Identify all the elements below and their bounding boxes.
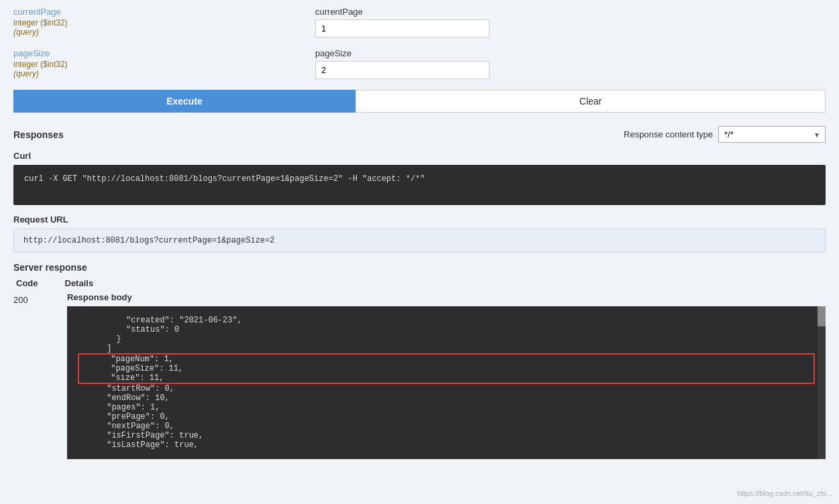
- param-right-pagesize: pageSize: [315, 48, 826, 79]
- param-input-pagesize[interactable]: [315, 61, 490, 79]
- content-type-label: Response content type: [624, 129, 713, 139]
- param-row-currentpage: currentPage integer ($int32) (query) cur…: [13, 7, 826, 38]
- param-label-pagesize: pageSize: [315, 48, 826, 58]
- execute-button[interactable]: Execute: [13, 90, 355, 113]
- request-url-block: http://localhost:8081/blogs?currentPage=…: [13, 229, 826, 253]
- param-location-pagesize: (query): [13, 69, 309, 78]
- code-header: Code: [16, 278, 38, 288]
- content-type-select-wrapper: */*: [718, 126, 826, 143]
- curl-code-block: curl -X GET "http://localhost:8081/blogs…: [13, 165, 826, 205]
- action-buttons: Execute Clear: [13, 90, 826, 113]
- param-left-currentpage: currentPage integer ($int32) (query): [13, 7, 309, 37]
- param-label-currentpage: currentPage: [315, 7, 826, 17]
- response-details: Response body "created": "2021-06-23", "…: [67, 292, 826, 459]
- response-body-label: Response body: [67, 292, 826, 302]
- curl-label: Curl: [13, 151, 826, 161]
- server-response-label: Server response: [13, 262, 826, 273]
- param-location-currentpage: (query): [13, 27, 309, 37]
- param-type-currentpage: integer ($int32): [13, 18, 309, 27]
- params-section: currentPage integer ($int32) (query) cur…: [13, 7, 826, 79]
- param-row-pagesize: pageSize integer ($int32) (query) pageSi…: [13, 48, 826, 79]
- response-code-200: 200: [13, 292, 67, 305]
- param-name-pagesize: pageSize: [13, 48, 309, 58]
- param-type-pagesize: integer ($int32): [13, 60, 309, 69]
- content-type-select[interactable]: */*: [718, 126, 826, 143]
- response-table-header: Code Details: [13, 278, 826, 288]
- request-url-section: Request URL http://localhost:8081/blogs?…: [13, 214, 826, 253]
- param-input-currentpage[interactable]: [315, 19, 490, 38]
- main-container: currentPage integer ($int32) (query) cur…: [0, 0, 839, 504]
- response-body-block[interactable]: "created": "2021-06-23", "status": 0 } ]…: [67, 306, 826, 459]
- content-type-wrapper: Response content type */*: [624, 126, 826, 143]
- watermark: https://blog.csdn.net/liu_zhi...: [737, 489, 832, 497]
- server-response-section: Server response Code Details 200 Respons…: [13, 262, 826, 459]
- param-name-currentpage: currentPage: [13, 7, 309, 17]
- curl-code: curl -X GET "http://localhost:8081/blogs…: [24, 174, 425, 184]
- param-left-pagesize: pageSize integer ($int32) (query): [13, 48, 309, 78]
- responses-header: Responses Response content type */*: [13, 126, 826, 143]
- responses-section: Responses Response content type */*: [13, 126, 826, 143]
- curl-section: Curl curl -X GET "http://localhost:8081/…: [13, 151, 826, 205]
- details-header: Details: [65, 278, 94, 288]
- request-url-text: http://localhost:8081/blogs?currentPage=…: [23, 236, 274, 245]
- param-right-currentpage: currentPage: [315, 7, 826, 38]
- clear-button[interactable]: Clear: [355, 90, 826, 113]
- responses-title: Responses: [13, 129, 64, 140]
- response-row-200: 200 Response body "created": "2021-06-23…: [13, 292, 826, 459]
- request-url-label: Request URL: [13, 214, 826, 225]
